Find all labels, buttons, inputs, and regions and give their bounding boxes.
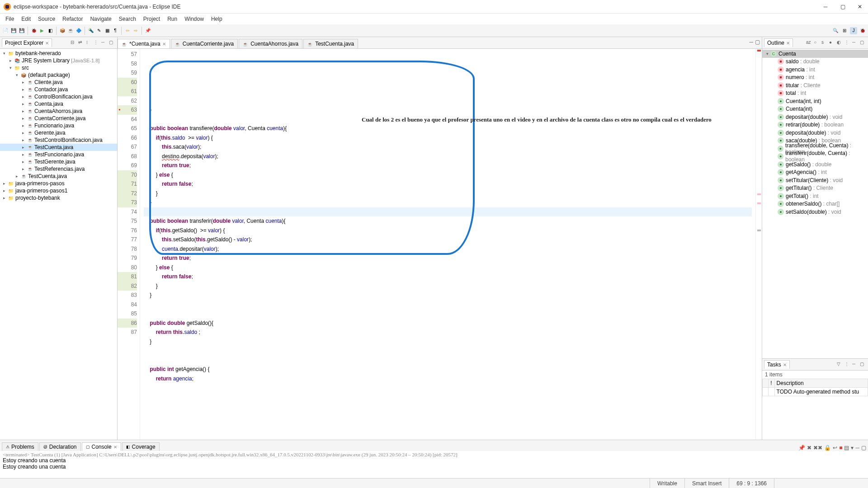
outline-member[interactable]: ●Cuenta(int, int) [762,97,868,105]
menu-help[interactable]: Help [208,16,226,22]
tree-item[interactable]: ▾bytebank-hererado [0,50,117,57]
menu-refactor[interactable]: Refactor [59,16,86,22]
console-pin-icon[interactable]: 📌 [798,445,805,451]
view-menu-icon[interactable]: ⋮ [844,361,851,368]
search-icon[interactable]: 🔦 [87,27,94,34]
new-icon[interactable]: 📄 [2,27,9,34]
tree-item[interactable]: ▾src [0,64,117,71]
minimize-button[interactable]: ─ [821,4,830,10]
outline-member[interactable]: ●setSaldo(double) : void [762,208,868,216]
show-whitespace-icon[interactable]: ¶ [112,27,119,34]
menu-navigate[interactable]: Navigate [86,16,115,22]
save-icon[interactable]: 💾 [10,27,17,34]
quick-access-icon[interactable]: 🔍 [832,27,839,34]
tree-item[interactable]: ▸java-primeros-pasos1 [0,187,117,194]
editor-tab[interactable]: *Cuenta.java✕ [118,39,170,48]
hide-local-icon[interactable]: ◐ [837,40,843,46]
explorer-tab[interactable]: Project Explorer ✕ [2,38,52,47]
outline-member[interactable]: ●transferir(double, Cuenta) : boolean [762,153,868,161]
editor-max-icon[interactable]: ▢ [755,39,760,45]
menu-project[interactable]: Project [140,16,164,22]
close-icon[interactable]: ✕ [45,41,49,46]
tree-item[interactable]: ▸TestControlBonificacion.java [0,136,117,144]
tree-item[interactable]: ▸CuentaCorriente.java [0,115,117,122]
outline-member[interactable]: ●deposita(double) : void [762,129,868,137]
outline-member[interactable]: ■total : int [762,89,868,98]
outline-member[interactable]: ■saldo : double [762,58,868,66]
bottom-tab-coverage[interactable]: ◧Coverage [122,442,160,451]
tree-item[interactable]: ▾(default package) [0,71,117,79]
minimize-panel-icon[interactable]: ─ [855,445,859,451]
menu-run[interactable]: Run [164,16,181,22]
tasks-tab[interactable]: Tasks ✕ [764,360,790,369]
tree-item[interactable]: ▸JRE System Library [JavaSE-1.8] [0,57,117,64]
console-display-icon[interactable]: ▤ [844,445,849,451]
new-package-icon[interactable]: 📦 [59,27,66,34]
toggle-mark-icon[interactable]: ✎ [95,27,103,34]
bottom-tab-declaration[interactable]: @Declaration [39,442,81,451]
outline-member[interactable]: ■titular : Cliente [762,81,868,89]
java-perspective-icon[interactable]: J [850,27,857,34]
saveall-icon[interactable]: 💾 [18,27,25,34]
outline-member[interactable]: ●retirar(double) : boolean [762,121,868,129]
editor-tab[interactable]: CuentaAhorros.java [239,39,302,48]
outline-member[interactable]: ●Cuenta(int) [762,105,868,113]
console-body[interactable]: <terminated> TestCuenta (1) [Java Applic… [0,451,868,478]
debug-perspective-icon[interactable]: 🐞 [859,27,866,34]
bottom-tab-console[interactable]: ▢Console✕ [82,442,121,451]
menu-window[interactable]: Window [181,16,208,22]
maximize-panel-icon[interactable]: ▢ [861,445,866,451]
tasks-table[interactable]: !Description TODO Auto-generated method … [762,379,868,396]
editor-tab[interactable]: TestCuenta.java [303,39,358,48]
outline-member[interactable]: ●setTitular(Cliente) : void [762,176,868,184]
open-console-icon[interactable]: ▾ [851,445,854,451]
explorer-tree[interactable]: ▾bytebank-hererado▸JRE System Library [J… [0,49,117,440]
outline-member[interactable]: ■numero : int [762,74,868,82]
bottom-tab-problems[interactable]: ⚠Problems [2,442,38,451]
outline-member[interactable]: ■agencia : int [762,66,868,74]
run-icon[interactable]: ▶ [38,27,46,34]
tree-item[interactable]: ▸TestCuenta.java [0,144,117,151]
outline-tree[interactable]: ▾CCuenta■saldo : double■agencia : int■nu… [762,49,868,358]
console-scroll-lock-icon[interactable]: 🔒 [824,445,831,451]
filter-icon[interactable]: ▽ [837,361,843,368]
tree-item[interactable]: ▸CuentaAhorros.java [0,108,117,115]
menu-search[interactable]: Search [115,16,140,22]
close-icon[interactable]: ✕ [783,362,787,367]
tree-item[interactable]: ▸TestReferencias.java [0,165,117,173]
debug-icon[interactable]: 🐞 [30,27,38,34]
coverage-icon[interactable]: ◧ [47,27,54,34]
console-wrap-icon[interactable]: ↩ [833,445,837,451]
outline-member[interactable]: ●getTotal() : int [762,192,868,200]
menu-edit[interactable]: Edit [18,16,34,22]
hide-nonpublic-icon[interactable]: ● [829,40,835,46]
link-editor-icon[interactable]: ⇄ [78,40,85,46]
forward-icon[interactable]: ⇨ [132,27,139,34]
outline-member[interactable]: ●getAgencia() : int [762,169,868,177]
collapse-all-icon[interactable]: ⊟ [71,40,77,46]
minimize-panel-icon[interactable]: ─ [852,40,859,46]
filter-icon[interactable]: ⫶ [86,40,92,46]
view-menu-icon[interactable]: ⋮ [94,40,100,46]
close-icon[interactable]: ✕ [162,42,166,47]
tree-item[interactable]: ▸ControlBonificacion.java [0,93,117,100]
hide-fields-icon[interactable]: ○ [814,40,820,46]
tree-item[interactable]: ▸TestCuenta.java [0,173,117,180]
outline-member[interactable]: ●obtenerSaldo() : char[] [762,200,868,208]
outline-member[interactable]: ●depositar(double) : void [762,113,868,121]
overview-ruler[interactable] [755,49,762,440]
close-button[interactable]: ✕ [855,4,864,10]
open-type-icon[interactable]: 🔷 [75,27,82,34]
outline-member[interactable]: ●getTitular() : Cliente [762,184,868,192]
open-perspective-icon[interactable]: ⊞ [841,27,848,34]
task-row[interactable]: TODO Auto-generated method stu [763,388,868,396]
code-content[interactable]: Cual de los 2 es el bueno ya que el prof… [140,49,755,440]
tree-item[interactable]: ▸TestFuncionario.java [0,151,117,158]
maximize-panel-icon[interactable]: ▢ [860,40,866,46]
outline-root[interactable]: ▾CCuenta [762,50,868,58]
minimize-panel-icon[interactable]: ─ [852,361,859,368]
editor-tab[interactable]: CuentaCorriente.java [171,39,238,48]
tree-item[interactable]: ▸Cliente.java [0,79,117,86]
tree-item[interactable]: ▸TestGerente.java [0,158,117,165]
maximize-panel-icon[interactable]: ▢ [109,40,115,46]
